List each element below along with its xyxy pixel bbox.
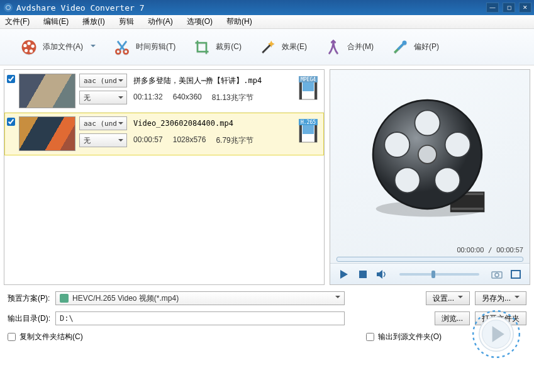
svg-point-28	[445, 132, 470, 157]
window-title: Avdshare Video Converter 7	[16, 3, 145, 13]
volume-slider[interactable]	[399, 273, 479, 276]
svg-point-1	[27, 42, 30, 45]
crop-label: 裁剪(C)	[216, 42, 242, 52]
svg-point-2	[31, 44, 35, 47]
file-title: Video_230602084400.mp4	[133, 119, 233, 128]
minimize-button[interactable]: —	[486, 3, 499, 13]
trim-label: 时间剪辑(T)	[136, 42, 175, 52]
thumbnail[interactable]	[19, 74, 75, 108]
svg-rect-24	[451, 208, 483, 210]
menu-action[interactable]: 动作(A)	[148, 16, 173, 27]
file-title: 拼多多登陆，美国人⋯撸【轩讲】.mp4	[133, 76, 262, 86]
preview-pane: 00:00:00 / 00:00:57	[330, 69, 530, 285]
svg-point-5	[23, 43, 26, 47]
fullscreen-button[interactable]	[509, 268, 522, 281]
snapshot-button[interactable]	[491, 268, 503, 281]
resolution: 1028x576	[173, 135, 206, 146]
merge-button[interactable]: 合并(M)	[316, 38, 382, 56]
file-list: aac (und 拼多多登陆，美国人⋯撸【轩讲】.mp4 无 00:11:32 …	[4, 69, 325, 285]
file-checkbox[interactable]	[7, 118, 15, 126]
svg-point-4	[25, 48, 28, 52]
preview-canvas[interactable]	[330, 70, 530, 245]
volume-icon[interactable]	[375, 268, 388, 281]
browse-button[interactable]: 浏览...	[435, 311, 470, 325]
svg-point-7	[124, 49, 128, 53]
save-as-button[interactable]: 另存为...	[475, 291, 526, 305]
add-file-label: 添加文件(A)	[43, 42, 83, 52]
svg-point-6	[116, 49, 120, 53]
merge-label: 合并(M)	[347, 42, 374, 52]
effect-label: 效果(E)	[282, 42, 307, 52]
copy-structure-checkbox[interactable]: 复制文件夹结构(C)	[8, 332, 83, 342]
preferences-button[interactable]: 偏好(P)	[382, 38, 448, 56]
preset-dropdown[interactable]: HEVC/H.265 Video 视频(*.mp4)	[55, 291, 345, 305]
audio-dropdown[interactable]: 无	[79, 91, 127, 104]
time-total: 00:00:57	[496, 246, 523, 254]
file-row[interactable]: aac (und Video_230602084400.mp4 无 00:00:…	[4, 113, 324, 155]
app-logo-icon	[4, 3, 13, 12]
pref-label: 偏好(P)	[414, 42, 439, 52]
maximize-button[interactable]: ◻	[503, 3, 515, 13]
svg-point-3	[30, 49, 33, 52]
wand-icon	[259, 38, 277, 56]
film-reel-icon	[367, 94, 493, 220]
menu-help[interactable]: 帮助(H)	[226, 16, 252, 27]
preset-label: 预置方案(P):	[8, 293, 50, 304]
time-current: 00:00:00	[457, 246, 484, 254]
svg-point-31	[384, 132, 409, 157]
menu-clip[interactable]: 剪辑	[119, 16, 134, 27]
audio-dropdown[interactable]: 无	[79, 133, 127, 147]
codec-dropdown[interactable]: aac (und	[79, 116, 127, 130]
copy-structure-label: 复制文件夹结构(C)	[19, 332, 83, 342]
file-row[interactable]: aac (und 拼多多登陆，美国人⋯撸【轩讲】.mp4 无 00:11:32 …	[4, 70, 324, 113]
thumbnail[interactable]	[19, 116, 75, 151]
format-icon: MPEG4	[299, 76, 318, 100]
codec-dropdown[interactable]: aac (und	[79, 74, 127, 87]
svg-point-8	[403, 40, 407, 45]
resolution: 640x360	[173, 92, 202, 103]
svg-rect-35	[511, 271, 520, 278]
settings-button[interactable]: 设置...	[426, 291, 470, 305]
time-display: 00:00:00 / 00:00:57	[330, 245, 530, 255]
reel-icon	[20, 38, 38, 56]
menu-play[interactable]: 播放(I)	[82, 16, 104, 27]
file-checkbox[interactable]	[7, 75, 15, 83]
filesize: 81.13兆字节	[212, 92, 253, 103]
menubar: 文件(F) 编辑(E) 播放(I) 剪辑 动作(A) 选项(O) 帮助(H)	[0, 15, 534, 29]
menu-file[interactable]: 文件(F)	[5, 16, 30, 27]
scissors-icon	[113, 38, 131, 56]
play-button[interactable]	[338, 268, 350, 281]
svg-point-27	[414, 110, 440, 135]
effect-button[interactable]: 效果(E)	[250, 38, 316, 56]
svg-point-26	[418, 145, 436, 164]
chevron-down-icon	[91, 45, 96, 50]
file-meta: 00:11:32 640x360 81.13兆字节	[133, 92, 253, 103]
preset-value: HEVC/H.265 Video 视频(*.mp4)	[72, 293, 179, 304]
merge-icon	[325, 38, 342, 56]
convert-button[interactable]	[471, 309, 521, 359]
add-file-button[interactable]: 添加文件(A)	[11, 38, 104, 56]
svg-point-30	[394, 167, 420, 193]
svg-text:MPEG4: MPEG4	[301, 77, 316, 82]
toolbar: 添加文件(A) 时间剪辑(T) 裁剪(C) 效果(E) 合并(M) 偏好(P)	[0, 29, 534, 65]
crop-button[interactable]: 裁剪(C)	[184, 38, 250, 56]
preset-thumb-icon	[60, 294, 69, 303]
close-button[interactable]: ✕	[519, 3, 531, 13]
player-controls	[330, 263, 530, 284]
menu-option[interactable]: 选项(O)	[187, 16, 213, 27]
format-icon: H.265	[299, 119, 318, 143]
output-path-input[interactable]: D:\	[55, 311, 345, 325]
svg-rect-32	[359, 271, 367, 278]
titlebar: Avdshare Video Converter 7 — ◻ ✕	[0, 0, 534, 15]
tools-icon	[391, 38, 409, 56]
stop-button[interactable]	[357, 268, 369, 281]
duration: 00:00:57	[133, 135, 163, 146]
trim-button[interactable]: 时间剪辑(T)	[104, 38, 184, 56]
output-label: 输出目录(D):	[8, 313, 50, 324]
output-source-label: 输出到源文件夹(O)	[378, 332, 442, 342]
file-meta: 00:00:57 1028x576 6.79兆字节	[133, 135, 253, 146]
svg-point-34	[495, 273, 499, 277]
output-source-checkbox[interactable]: 输出到源文件夹(O)	[366, 332, 442, 342]
menu-edit[interactable]: 编辑(E)	[43, 16, 69, 27]
seek-bar[interactable]	[337, 257, 523, 262]
